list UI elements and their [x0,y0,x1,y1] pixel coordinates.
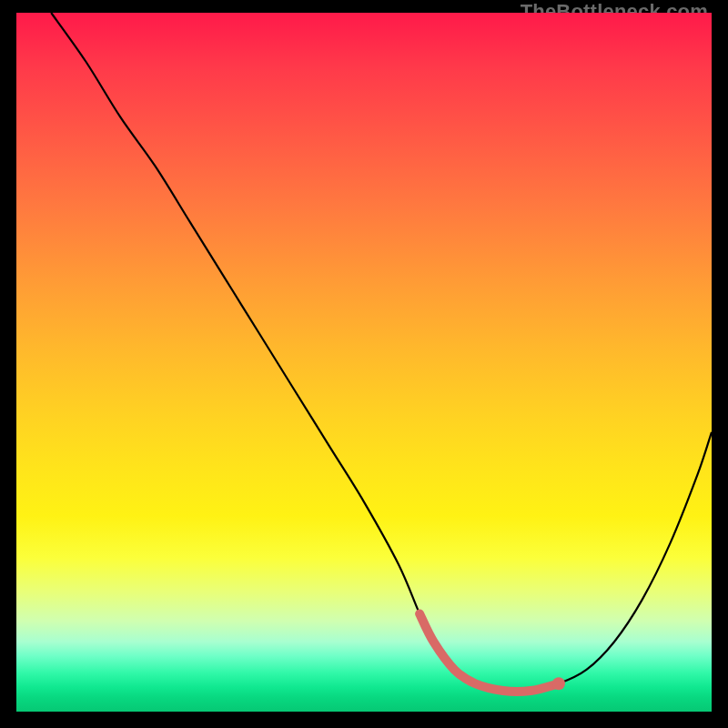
chart-frame: TheBottleneck.com [16,13,712,712]
chart-svg [16,13,712,712]
bottleneck-curve [51,13,712,692]
optimal-range-highlight [420,613,559,691]
optimal-end-dot [552,677,565,690]
